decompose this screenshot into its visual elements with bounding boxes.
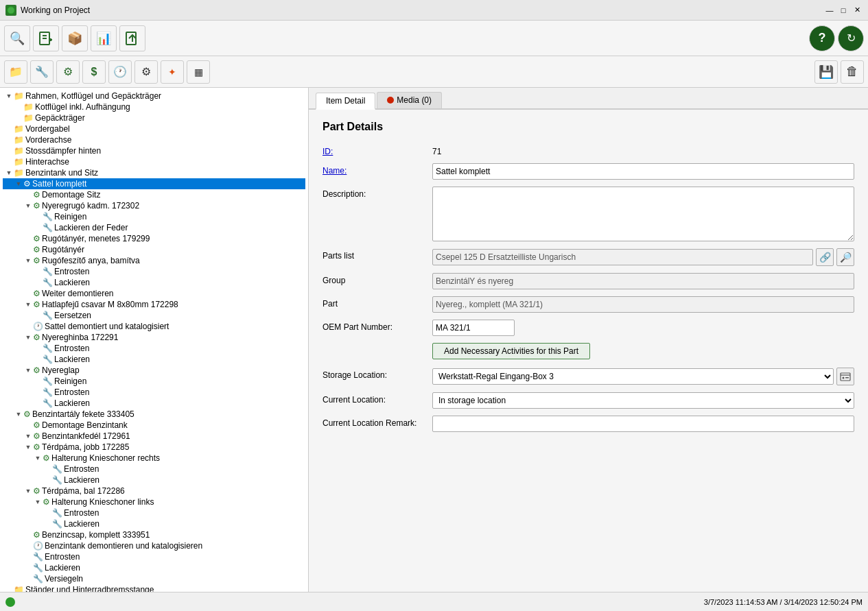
tree-item[interactable]: ▼⚙Benzintankfedél 172961: [3, 431, 305, 442]
tree-label: Rugótányér, menetes 179299: [42, 234, 150, 243]
tree-item[interactable]: ⚙Weiter demontieren: [3, 288, 305, 299]
tree-item[interactable]: ▼⚙Hatlapfejű csavar M 8x80mm 172298: [3, 299, 305, 310]
tree-item[interactable]: 📁Vordergabel: [3, 123, 305, 134]
tree-item[interactable]: ▼⚙Nyereglap: [3, 365, 305, 376]
current-location-remark-input[interactable]: [432, 416, 854, 432]
name-input[interactable]: [432, 163, 854, 180]
tree-item[interactable]: 📁Gepäckträger: [3, 112, 305, 123]
wrench-tool-button[interactable]: 🔧: [30, 60, 54, 84]
tree-item[interactable]: 🔧Entrosten: [3, 464, 305, 475]
tree-item[interactable]: 🔧Lackieren: [3, 475, 305, 486]
add-activities-button[interactable]: Add Necessary Activities for this Part: [432, 343, 590, 359]
storage-location-select[interactable]: Werkstatt-Regal Eingang-Box 3Werkstatt-R…: [432, 368, 834, 385]
tree-toggle[interactable]: ▼: [4, 169, 14, 176]
parts-list-view-button[interactable]: 🔎: [836, 248, 854, 266]
tree-item[interactable]: ▼⚙Nyereghinba 172291: [3, 332, 305, 343]
settings1-button[interactable]: ⚙: [56, 60, 80, 84]
settings2-button[interactable]: ⚙: [134, 60, 158, 84]
tree-item[interactable]: 🕐Benzintank demontieren und katalogisier…: [3, 540, 305, 551]
tree-item[interactable]: 📁Ständer und Hinterradbremsstange: [3, 584, 305, 592]
dollar-button[interactable]: $: [82, 60, 106, 84]
tree-item[interactable]: 🔧Entrosten: [3, 551, 305, 562]
tree-item[interactable]: ⚙Rugótányér: [3, 244, 305, 255]
export-button[interactable]: [119, 25, 145, 51]
tree-item[interactable]: 📁Kotflügel inkl. Aufhängung: [3, 101, 305, 112]
tree-toggle[interactable]: ▼: [14, 180, 23, 187]
tree-item[interactable]: 📁Vorderachse: [3, 134, 305, 145]
tree-toggle[interactable]: ▼: [14, 411, 23, 418]
tree-item[interactable]: ▼⚙Halterung Knieschoner links: [3, 496, 305, 507]
tree-item[interactable]: ⚙Demontage Benzintank: [3, 420, 305, 431]
tree-item[interactable]: ▼⚙Térdpáma, bal 172286: [3, 486, 305, 496]
sparkle-button[interactable]: ✦: [161, 60, 184, 84]
tree-item[interactable]: 🔧Entrosten: [3, 343, 305, 354]
clock-button[interactable]: 🕐: [108, 60, 132, 84]
storage-location-label: Storage Location:: [322, 368, 432, 380]
search-button[interactable]: 🔍: [4, 25, 30, 51]
tree-item[interactable]: ▼⚙Térdpáma, jobb 172285: [3, 442, 305, 453]
tree-item[interactable]: 🔧Reinigen: [3, 376, 305, 387]
delete-button[interactable]: 🗑: [841, 60, 864, 84]
tree-toggle[interactable]: ▼: [23, 488, 33, 494]
tab-media[interactable]: Media (0): [377, 92, 442, 108]
maximize-button[interactable]: □: [838, 5, 849, 16]
description-row: Description:: [322, 187, 854, 241]
open-button[interactable]: 📦: [62, 25, 88, 51]
tree-toggle[interactable]: ▼: [23, 367, 33, 374]
tree-item[interactable]: 🔧Lackieren der Feder: [3, 222, 305, 233]
save-button[interactable]: 💾: [814, 60, 838, 84]
grid-button[interactable]: ▦: [187, 60, 210, 84]
tree-item[interactable]: 🔧Lackieren: [3, 277, 305, 288]
tree-item[interactable]: ▼⚙Halterung Knieschoner rechts: [3, 453, 305, 464]
tree-toggle[interactable]: ▼: [33, 455, 43, 462]
minimize-button[interactable]: —: [824, 5, 835, 16]
tree-item[interactable]: ⚙Benzincsap, komplett 333951: [3, 529, 305, 540]
gear-green-icon: ⚙: [33, 431, 40, 441]
tree-item[interactable]: 🔧Eersetzen: [3, 310, 305, 321]
oem-input[interactable]: [432, 320, 515, 336]
folder-view-button[interactable]: 📁: [4, 60, 27, 84]
add-activities-row: Add Necessary Activities for this Part: [322, 343, 854, 359]
tree-item[interactable]: ▼⚙Benzintartály fekete 333405: [3, 409, 305, 420]
tree-item[interactable]: ⚙Demontage Sitz: [3, 189, 305, 200]
tree-item[interactable]: 🔧Entrosten: [3, 507, 305, 518]
storage-location-icon-button[interactable]: [836, 368, 854, 385]
name-link[interactable]: Name:: [322, 166, 347, 176]
tree-item[interactable]: 📁Stossdämpfer hinten: [3, 145, 305, 156]
help-button[interactable]: ?: [809, 25, 835, 51]
tree-item[interactable]: 🕐Sattel demontiert und katalogisiert: [3, 321, 305, 332]
tree-toggle[interactable]: ▼: [23, 301, 33, 308]
tree-toggle[interactable]: ▼: [23, 202, 33, 209]
tree-item[interactable]: ▼📁Rahmen, Kotflügel und Gepäckträger: [3, 91, 305, 101]
tree-item[interactable]: 🔧Reinigen: [3, 211, 305, 222]
tab-item-detail[interactable]: Item Detail: [316, 93, 375, 110]
folder-icon: 📁: [23, 113, 34, 123]
tree-toggle[interactable]: ▼: [23, 334, 33, 341]
chart-button[interactable]: 📊: [91, 25, 117, 51]
tree-toggle[interactable]: ▼: [33, 499, 43, 505]
description-textarea[interactable]: [432, 187, 854, 241]
tree-item[interactable]: 🔧Entrosten: [3, 266, 305, 277]
parts-list-link-button[interactable]: 🔗: [816, 248, 834, 266]
tree-toggle[interactable]: ▼: [23, 444, 33, 451]
tree-toggle[interactable]: ▼: [23, 257, 33, 264]
tree-item[interactable]: 🔧Lackieren: [3, 562, 305, 573]
refresh-button[interactable]: ↻: [838, 25, 864, 51]
tree-toggle[interactable]: ▼: [23, 433, 33, 440]
new-button[interactable]: [33, 25, 59, 51]
tree-toggle[interactable]: ▼: [4, 93, 14, 99]
tree-item[interactable]: 🔧Entrosten: [3, 387, 305, 398]
close-button[interactable]: ✕: [852, 5, 863, 16]
tree-item[interactable]: 🔧Lackieren: [3, 518, 305, 529]
current-location-select[interactable]: In storage locationIn useDisposedUnknown: [432, 392, 854, 409]
tree-item[interactable]: 🔧Versiegeln: [3, 573, 305, 584]
tree-item[interactable]: ▼📁Benzintank und Sitz: [3, 167, 305, 178]
tree-item[interactable]: ▼⚙Sattel komplett: [3, 178, 305, 189]
tree-item[interactable]: 🔧Lackieren: [3, 398, 305, 409]
tree-item[interactable]: 📁Hinterachse: [3, 156, 305, 167]
id-link[interactable]: ID:: [322, 147, 333, 156]
tree-item[interactable]: 🔧Lackieren: [3, 354, 305, 365]
tree-item[interactable]: ▼⚙Nyeregrugó kadm. 172302: [3, 200, 305, 211]
tree-item[interactable]: ▼⚙Rugófeszítő anya, bamítva: [3, 255, 305, 266]
tree-item[interactable]: ⚙Rugótányér, menetes 179299: [3, 233, 305, 244]
